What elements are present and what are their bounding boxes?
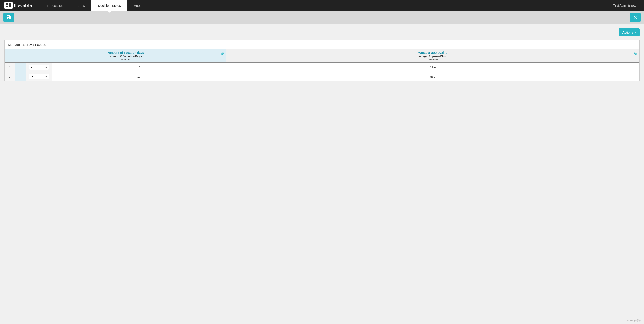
row-number: 1 (4, 63, 15, 72)
row-value: 10 (52, 63, 226, 72)
row-output: false (226, 63, 640, 72)
row-operator[interactable]: <<==!=>>= (26, 63, 52, 72)
nav-apps[interactable]: Apps (127, 0, 148, 11)
actions-button[interactable]: Actions (618, 28, 640, 36)
brand: flowable (4, 2, 32, 9)
f-link[interactable]: F (20, 54, 21, 58)
row-f-cell (15, 72, 26, 81)
close-button[interactable]: ✕ (630, 13, 640, 22)
input-col-type: number (29, 58, 223, 61)
row-output: true (226, 72, 640, 81)
input-column-header: Amount of vacation days amountOfVacation… (26, 49, 226, 63)
output-col-type: boolean (229, 58, 637, 61)
nav-links: Processes Forms Decision Tables Apps (41, 0, 613, 11)
svg-rect-1 (6, 6, 8, 8)
nav-decision-tables[interactable]: Decision Tables (92, 0, 127, 11)
user-menu[interactable]: Test Administrator (613, 4, 640, 7)
add-input-col-button[interactable]: ⊕ (220, 51, 224, 55)
output-col-variable: managerApprovalNee… (229, 54, 637, 58)
output-col-title[interactable]: Manager approval … (229, 51, 637, 54)
table-row: 2<<==!=>>=10true (4, 72, 640, 81)
actions-row: Actions (4, 28, 640, 36)
input-col-variable: amountOfVacationDays (29, 54, 223, 58)
add-output-col-button[interactable]: ⊕ (634, 51, 638, 55)
input-col-title[interactable]: Amount of vacation days (29, 51, 223, 54)
nav-forms[interactable]: Forms (69, 0, 92, 11)
save-button[interactable] (4, 13, 14, 22)
toolbar: ✕ (0, 11, 644, 24)
brand-name: flowable (14, 3, 32, 8)
row-f-cell (15, 63, 26, 72)
output-column-header: Manager approval … managerApprovalNee… b… (226, 49, 640, 63)
table-title: Manager approval needed (4, 40, 640, 49)
operator-select[interactable]: <<==!=>>= (29, 65, 49, 70)
row-value: 10 (52, 72, 226, 81)
row-number: 2 (4, 72, 15, 81)
table-row: 1<<==!=>>=10false (4, 63, 640, 72)
svg-rect-0 (6, 3, 8, 5)
dt-table: F Amount of vacation days amountOfVacati… (4, 49, 640, 81)
operator-select[interactable]: <<==!=>>= (29, 74, 49, 79)
col-f-header: F (15, 49, 26, 63)
watermark: CSDN ©分享☆ (625, 319, 642, 322)
decision-table: Manager approval needed F Amount of vaca… (4, 40, 640, 82)
content-area: Actions Manager approval needed F Amount… (0, 24, 644, 324)
logo-icon (4, 2, 13, 9)
navbar: flowable Processes Forms Decision Tables… (0, 0, 644, 11)
col-rownum-header (4, 49, 15, 63)
svg-rect-2 (9, 3, 11, 8)
save-icon (6, 15, 11, 20)
nav-processes[interactable]: Processes (41, 0, 69, 11)
row-operator[interactable]: <<==!=>>= (26, 72, 52, 81)
